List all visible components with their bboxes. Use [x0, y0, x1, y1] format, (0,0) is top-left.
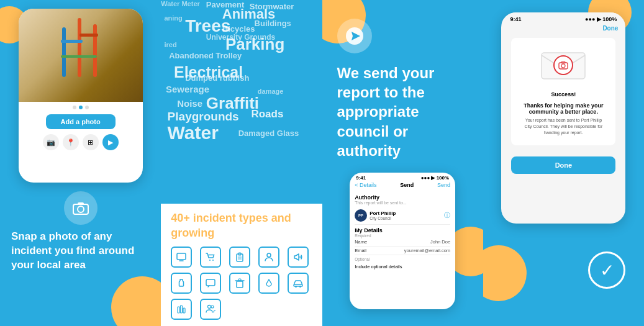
- svg-point-12: [212, 260, 214, 261]
- phone-mockup-4: 9:41 ●●● ▶ 100% Done: [501, 12, 625, 224]
- grid-toolbar-icon[interactable]: ⊞: [83, 134, 99, 150]
- svg-rect-9: [177, 253, 186, 260]
- icon-chat: [200, 273, 221, 294]
- name-field-row: Name John Doe: [355, 238, 450, 247]
- success-subtitle: Thanks for helping make your community a…: [521, 102, 605, 115]
- send-icon-circle: [337, 19, 372, 53]
- svg-point-23: [295, 286, 297, 288]
- word-dumped: Dumped rubbish: [185, 73, 249, 83]
- dot-3: [85, 106, 89, 109]
- panel-snap-photo: Add a photo 📷 📍 ⊞ ▶ Snap a photo of any …: [0, 0, 161, 326]
- send-nav-button[interactable]: Send: [437, 182, 450, 188]
- icon-monitor: [171, 247, 192, 268]
- icon-water-drop: [258, 273, 279, 294]
- envelope-container: [538, 48, 588, 83]
- nav-title-p3: Send: [400, 182, 414, 188]
- send-toolbar-icon[interactable]: ▶: [102, 134, 119, 150]
- svg-rect-18: [206, 279, 215, 286]
- panel-3-main-text: We send your report to the appropriate c…: [337, 63, 468, 160]
- camera-toolbar-icon[interactable]: 📷: [43, 134, 59, 150]
- svg-rect-19: [237, 281, 243, 288]
- icon-announce: [288, 247, 309, 268]
- panel-incident-types: Trees Animals Stormwater Pavement Parkin…: [161, 0, 322, 326]
- word-pavement: Pavement: [206, 0, 244, 9]
- word-damage: damage: [258, 88, 284, 95]
- icon-people: [200, 299, 221, 320]
- include-optional: Include optional details: [355, 264, 450, 269]
- svg-point-28: [208, 306, 211, 309]
- svg-rect-5: [61, 55, 97, 58]
- word-roads: Roads: [251, 108, 283, 120]
- info-icon: ⓘ: [444, 211, 450, 220]
- icon-bars: [171, 299, 192, 320]
- success-detail: Your report has been sent to Port Philli…: [521, 117, 605, 135]
- word-water: Water: [168, 122, 219, 143]
- icon-bottle: [171, 273, 192, 294]
- svg-rect-26: [181, 306, 183, 313]
- svg-rect-21: [238, 279, 241, 281]
- word-sewerage: Sewerage: [166, 84, 209, 94]
- check-badge: ✓: [588, 251, 625, 289]
- email-value[interactable]: youremail@email.com: [404, 248, 450, 253]
- svg-point-34: [561, 64, 565, 68]
- icon-trash: [229, 273, 250, 294]
- done-top-button[interactable]: Done: [602, 25, 618, 32]
- send-icon: [345, 27, 364, 45]
- incident-types-title: 40+ incident types and growing: [171, 211, 312, 240]
- phone-toolbar: 📷 📍 ⊞ ▶: [43, 134, 119, 150]
- panel-send-report: We send your report to the appropriate c…: [322, 0, 483, 326]
- required-label: Required: [355, 233, 450, 238]
- success-title: Success!: [551, 91, 576, 97]
- email-field-row: Email youremail@email.com: [355, 247, 450, 255]
- optional-label: Optional: [355, 257, 450, 261]
- signal-p3: ●●● ▶ 100%: [421, 175, 449, 181]
- yellow-blob-bottom-right: [111, 276, 161, 326]
- envelope-area: Success! Thanks for helping make your co…: [511, 38, 615, 145]
- phone-form-p3: Authority This report will be sent to...…: [350, 189, 455, 272]
- authority-type: City Council: [370, 216, 396, 220]
- camera-success-icon: [558, 60, 568, 70]
- word-water-meter: Water Meter: [161, 0, 200, 7]
- svg-rect-22: [294, 284, 302, 286]
- location-toolbar-icon[interactable]: 📍: [63, 134, 79, 150]
- time-p4: 9:41: [510, 16, 521, 22]
- incident-icons-grid: [171, 247, 312, 320]
- svg-rect-25: [178, 307, 179, 313]
- word-playgrounds: Playgrounds: [168, 110, 239, 124]
- svg-point-7: [78, 206, 84, 212]
- email-label: Email: [355, 248, 366, 253]
- status-bar-p3: 9:41 ●●● ▶ 100%: [350, 173, 455, 181]
- name-value[interactable]: John Doe: [430, 239, 450, 245]
- authority-details: Port Phillip City Council: [370, 211, 396, 220]
- word-cloud: Trees Animals Stormwater Pavement Parkin…: [161, 0, 322, 204]
- done-bar-p4: Done: [501, 24, 625, 34]
- svg-rect-8: [78, 202, 84, 205]
- dot-2-active: [79, 106, 83, 109]
- panel-3-main-content: We send your report to the appropriate c…: [322, 0, 483, 173]
- word-damaged-glass: Damaged Glass: [238, 129, 299, 138]
- panel-1-bottom-text: Snap a photo of any incident you find ar…: [0, 230, 161, 273]
- svg-rect-3: [61, 40, 83, 43]
- my-details-section: My Details Required Name John Doe Email …: [355, 227, 450, 269]
- word-broken: ired: [164, 41, 176, 48]
- success-circle-icon: [553, 55, 573, 75]
- svg-point-11: [209, 260, 211, 261]
- phone-mockup-1: Add a photo 📷 📍 ⊞ ▶: [19, 9, 143, 183]
- name-label: Name: [355, 239, 367, 245]
- add-photo-button[interactable]: Add a photo: [46, 114, 116, 129]
- back-button-p3[interactable]: < Details: [355, 182, 376, 188]
- word-cleaning: aning: [164, 14, 182, 22]
- signals-p4: ●●● ▶ 100%: [585, 16, 617, 22]
- svg-point-17: [267, 253, 271, 257]
- authority-subtitle: This report will be sent to...: [355, 201, 450, 205]
- authority-section-title: Authority: [355, 194, 450, 201]
- svg-point-24: [299, 286, 301, 288]
- my-details-title: My Details: [355, 227, 450, 233]
- playground-image: [19, 9, 143, 102]
- icon-person: [258, 247, 279, 268]
- svg-point-29: [211, 306, 214, 308]
- done-bottom-button[interactable]: Done: [511, 156, 615, 174]
- status-bar-p4: 9:41 ●●● ▶ 100%: [501, 12, 625, 24]
- camera-icon-circle: [64, 191, 98, 225]
- svg-rect-2: [93, 24, 97, 77]
